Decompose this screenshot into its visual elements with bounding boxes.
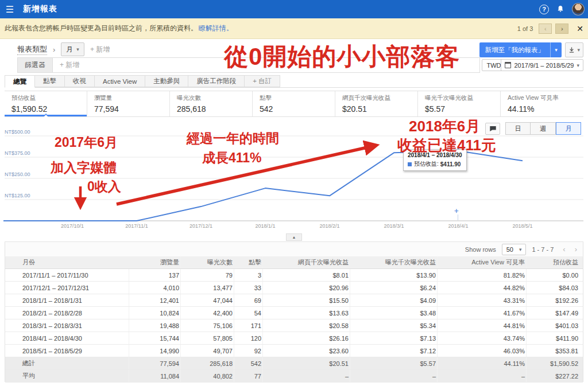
table-cell: 92 [234,345,262,357]
table-cell: $353.81 [526,345,583,357]
table-cell: 4,010 [129,282,180,294]
download-button[interactable]: ▾ [565,42,583,57]
table-cell: 2018/5/1 – 2018/5/29 [5,345,129,357]
show-rows-dropdown[interactable]: 50 ▾ [502,244,527,255]
table-cell[interactable]: Active View 可見率 [437,256,526,268]
table-cell[interactable]: 網頁千次曝光收益 [262,256,350,268]
help-icon[interactable]: ? [539,5,549,14]
adsense-report-page: ☰ 新增報表 ? 此報表包含您將帳戶時區變更為目前時區之前，所累積的資料。 瞭解… [0,0,588,386]
add-filter-input[interactable]: + 新增 [60,60,79,70]
collapse-chart-button[interactable]: ▲ [286,233,302,241]
tab-總覽[interactable]: 總覽 [5,75,35,88]
x-axis-label: 2018/5/1 [512,223,532,229]
scorecard-曝光次數[interactable]: 曝光次數285,618 [170,91,253,116]
scorecard-label: 預估收益 [11,94,80,102]
chart-tooltip: 2018/4/1 – 2018/4/30 預估收益: $411.90 [403,149,467,171]
add-annotation-icon[interactable]: + [454,206,459,215]
scorecard-網頁千次曝光收益[interactable]: 網頁千次曝光收益$20.51 [335,91,418,116]
period-dropdown[interactable]: 月 ▾ [61,42,84,56]
close-icon[interactable]: ✕ [577,24,583,33]
scorecard-value: $5.57 [425,104,493,114]
table-cell: 2018/4/1 – 2018/4/30 [5,332,129,344]
tab-主動參與[interactable]: 主動參與 [145,75,188,87]
table-cell: $20.58 [262,319,350,332]
report-table-card: Show rows 50 ▾ 1 - 7 - 7 ‹ › 月份瀏覽量曝光次數點擊… [5,241,583,382]
table-row: 2017/11/1 – 2017/11/30137793$8.01$13.908… [5,269,583,282]
table-cell: $3.48 [350,307,437,319]
tooltip-value: $411.90 [440,161,461,167]
table-cell: 120 [234,332,262,344]
scorecard-value: 542 [260,104,328,114]
table-row: 2018/1/1 – 2018/1/3112,40147,04469$15.50… [5,294,583,307]
filter-bar: 篩選器 + 新增 [17,57,480,73]
table-cell: 2018/3/1 – 2018/3/31 [5,319,129,332]
scorecard-value: $20.51 [342,104,411,114]
scorecard-點擊[interactable]: 點擊542 [253,91,335,116]
table-cell: $20.96 [262,282,350,294]
table-next-page-icon[interactable]: › [575,245,577,254]
filter-label: 篩選器 [18,58,53,72]
save-options-caret[interactable]: ▾ [550,42,562,57]
page-title: 新增報表 [23,4,57,14]
table-cell: $15.50 [262,294,350,306]
table-cell: $13.63 [262,307,350,319]
report-type-label[interactable]: 報表類型 [17,44,47,55]
table-cell[interactable]: 曝光千次曝光收益 [350,256,437,268]
table-cell: $6.24 [350,282,437,294]
table-cell: 44.11% [437,357,526,369]
calendar-icon [505,62,511,68]
table-cell: 542 [234,357,262,369]
chevron-down-icon: ▾ [76,46,79,52]
table-cell: 40,802 [180,370,234,382]
table-cell: 57,805 [180,332,234,344]
table-cell: $7.12 [350,345,437,357]
tab-+ 自訂[interactable]: + 自訂 [245,75,280,87]
notice-prev-button[interactable]: ‹ [539,24,552,34]
notifications-bell-icon[interactable] [556,5,565,14]
y-axis-label: NT$375.00 [5,150,30,156]
table-cell: 2018/1/1 – 2018/1/31 [5,294,129,306]
save-to-my-reports-button[interactable]: 新增至「我的報表」 [479,42,551,57]
table-cell: $23.60 [262,345,350,357]
date-range-picker[interactable]: 2017/9/1 – 2018/5/29 ▾ [501,59,583,71]
show-rows-value: 50 [506,246,513,253]
tab-Active View[interactable]: Active View [95,75,145,87]
tab-點擊[interactable]: 點擊 [35,75,65,87]
scorecard-瀏覽量[interactable]: 瀏覽量77,594 [87,91,170,116]
table-cell: $26.16 [262,332,350,344]
table-row: 2018/5/1 – 2018/5/2914,99049,70792$23.60… [5,345,583,357]
table-cell: $401.03 [526,319,583,332]
menu-icon[interactable]: ☰ [0,4,20,15]
notice-next-button[interactable]: › [555,24,568,34]
chevron-right-icon: › [53,45,55,54]
table-prev-page-icon[interactable]: ‹ [563,245,565,254]
add-dimension-button[interactable]: + 新增 [90,45,110,54]
scorecard-label: 點擊 [260,94,328,102]
table-cell[interactable]: 預估收益 [526,256,583,268]
table-cell[interactable]: 月份 [5,256,129,268]
table-cell: $0.00 [526,269,583,281]
x-axis-label: 2018/1/1 [255,223,275,229]
table-cell: $227.22 [526,370,583,382]
learn-more-link[interactable]: 瞭解詳情。 [199,24,233,33]
scorecard-value: 77,594 [94,104,163,114]
table-cell[interactable]: 點擊 [234,256,262,268]
date-range-value: 2017/9/1 – 2018/5/29 [514,62,574,69]
table-cell[interactable]: 曝光次數 [180,256,234,268]
scorecard-Active View 可見率[interactable]: Active View 可見率44.11% [501,91,583,116]
table-cell: $5.57 [350,357,437,369]
table-summary-row: 平均11,08440,80277–––$227.22 [5,370,583,383]
scorecard-value: $1,590.52 [11,104,80,114]
scorecard-預估收益[interactable]: 預估收益$1,590.52 [5,91,87,116]
avatar[interactable] [572,3,585,15]
scorecard-曝光千次曝光收益[interactable]: 曝光千次曝光收益$5.57 [418,91,501,116]
chevron-down-icon: ▾ [555,47,558,53]
x-axis-label: 2017/10/1 [61,223,84,229]
table-cell: $8.01 [262,269,350,281]
table-cell: – [262,370,350,382]
scorecard-value: 285,618 [177,104,245,114]
report-tabs: 總覽點擊收視Active View主動參與廣告工作階段+ 自訂 [5,75,583,88]
tab-廣告工作階段[interactable]: 廣告工作階段 [188,75,245,87]
table-cell[interactable]: 瀏覽量 [129,256,180,268]
tab-收視[interactable]: 收視 [65,75,95,87]
